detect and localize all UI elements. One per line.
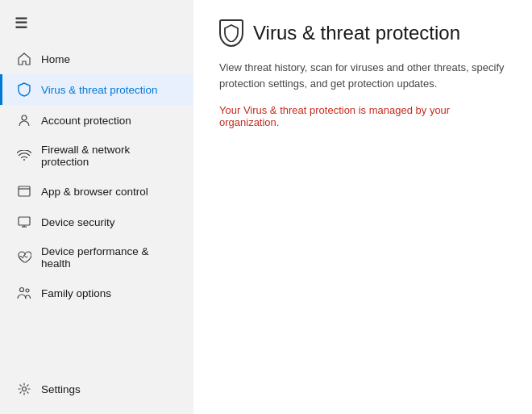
sidebar-item-home-label: Home: [41, 53, 70, 65]
sidebar-item-firewall[interactable]: Firewall & network protection: [0, 136, 193, 176]
main-content: Virus & threat protection View threat hi…: [193, 0, 532, 414]
sidebar-item-settings[interactable]: Settings: [0, 374, 193, 404]
sidebar-item-family-label: Family options: [41, 287, 111, 299]
person-icon: [17, 113, 31, 128]
hamburger-icon: ☰: [15, 15, 27, 31]
sidebar-item-account[interactable]: Account protection: [0, 105, 193, 136]
svg-rect-3: [19, 217, 30, 225]
sidebar-item-device-performance[interactable]: Device performance & health: [0, 237, 193, 278]
device-icon: [17, 215, 31, 229]
managed-notice: Your Virus & threat protection is manage…: [219, 104, 506, 128]
svg-point-8: [23, 387, 27, 391]
sidebar-item-device-security-label: Device security: [41, 216, 115, 228]
svg-point-7: [26, 289, 29, 292]
sidebar-item-account-label: Account protection: [41, 115, 131, 127]
page-description: View threat history, scan for viruses an…: [219, 60, 506, 91]
sidebar-item-family[interactable]: Family options: [0, 278, 193, 308]
sidebar-item-home[interactable]: Home: [0, 44, 193, 74]
svg-point-0: [22, 115, 27, 120]
sidebar-item-settings-label: Settings: [41, 383, 81, 395]
home-icon: [17, 52, 31, 66]
page-header: Virus & threat protection: [219, 19, 506, 47]
sidebar: ☰ Home Virus & threat protection Account…: [0, 0, 193, 414]
sidebar-item-virus-threat[interactable]: Virus & threat protection: [0, 74, 193, 105]
family-icon: [17, 286, 31, 300]
hamburger-button[interactable]: ☰: [0, 6, 193, 44]
sidebar-item-device-security[interactable]: Device security: [0, 207, 193, 237]
sidebar-item-app-browser-label: App & browser control: [41, 186, 148, 198]
sidebar-item-firewall-label: Firewall & network protection: [41, 144, 179, 168]
browser-icon: [17, 184, 31, 199]
gear-icon: [17, 382, 31, 396]
svg-rect-1: [19, 186, 30, 196]
sidebar-item-virus-label: Virus & threat protection: [41, 84, 158, 96]
sidebar-item-app-browser[interactable]: App & browser control: [0, 176, 193, 207]
sidebar-item-device-performance-label: Device performance & health: [41, 245, 179, 270]
wifi-icon: [17, 148, 31, 163]
shield-icon: [17, 82, 31, 97]
heart-icon: [17, 250, 31, 265]
page-title: Virus & threat protection: [253, 22, 460, 44]
page-shield-icon: [219, 19, 243, 47]
svg-point-6: [20, 288, 24, 292]
